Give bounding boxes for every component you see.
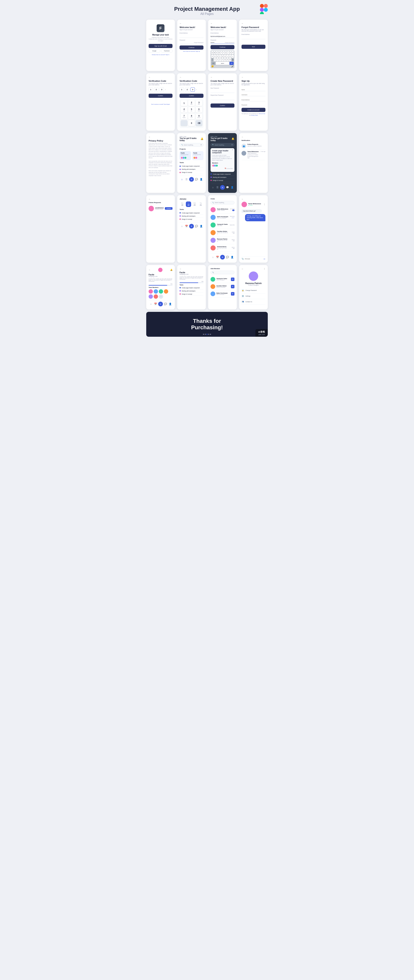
kb-E[interactable]: E xyxy=(216,51,218,54)
back-arrow-profile[interactable]: ← xyxy=(242,268,244,270)
home-nav-icon[interactable]: ⌂ xyxy=(180,177,184,181)
proj-task-2[interactable]: Meeting with developers xyxy=(180,290,204,293)
code-box-4[interactable]: 1 xyxy=(180,88,184,92)
confirm-button-1[interactable]: Confirm xyxy=(148,94,172,98)
numpad-5[interactable]: 5JKL xyxy=(188,107,195,113)
back-arrow-notif[interactable]: ← xyxy=(242,136,266,138)
profile-settings[interactable]: ⚙️ Settings xyxy=(242,293,266,299)
add-nav-dark[interactable]: + xyxy=(220,185,225,190)
add-member-button-3[interactable]: + xyxy=(231,292,234,296)
chat-cal-icon[interactable]: 💬 xyxy=(195,224,199,228)
kb-U[interactable]: U xyxy=(225,51,227,54)
new-password-input[interactable] xyxy=(210,90,234,93)
kb-go[interactable]: Go xyxy=(229,62,234,65)
code-box-3[interactable]: 3 xyxy=(159,88,164,92)
name-input[interactable] xyxy=(242,88,266,91)
task-item-2[interactable]: Meeting with developers xyxy=(180,168,204,171)
username-input[interactable] xyxy=(242,94,266,96)
more-options-profile[interactable]: ⋮ xyxy=(263,268,266,270)
proj-task-3[interactable]: Design UI concept xyxy=(180,293,204,296)
kb-P[interactable]: P xyxy=(232,51,234,54)
filter-icon[interactable]: ⊞ xyxy=(201,144,202,146)
home-nav-dark[interactable]: ⌂ xyxy=(211,185,215,189)
numpad-9[interactable]: 9WXYZ xyxy=(196,113,202,119)
kb-mic-icon[interactable]: 🎤 xyxy=(231,65,234,67)
chat-tania[interactable]: Tania Whitestone Great, Thanks! 10:18 AM… xyxy=(210,206,234,214)
calendar-cal-icon[interactable]: 📅 xyxy=(185,224,188,228)
kb-V[interactable]: V xyxy=(221,58,224,61)
chat-victoria[interactable]: Victoria Norris You are not on the le...… xyxy=(210,244,234,252)
back-arrow-3[interactable]: ← xyxy=(242,22,266,24)
dark-task-1[interactable]: Create page header component xyxy=(210,173,234,176)
cal-task-3[interactable]: Design UI concept xyxy=(180,218,204,221)
kb-N[interactable]: N xyxy=(226,58,229,61)
numpad-2[interactable]: 2ABC xyxy=(188,100,195,106)
numpad-0[interactable]: 0 xyxy=(188,120,195,126)
add-member-button-1[interactable]: + xyxy=(231,278,234,281)
back-arrow[interactable]: ← xyxy=(180,22,204,24)
kb-L[interactable]: L xyxy=(231,55,234,58)
signup-email-button[interactable]: Sign Up with Email xyxy=(148,44,172,48)
project-card-2[interactable]: Facite Shopping UI Kit xyxy=(192,151,204,160)
back-arrow-follow[interactable]: ← xyxy=(148,198,172,200)
chat-proj-icon[interactable]: 💬 xyxy=(164,302,167,306)
email-input-4[interactable] xyxy=(242,99,266,101)
more-options-icon[interactable]: ⋮ xyxy=(263,203,266,205)
kb-G[interactable]: G xyxy=(221,55,224,58)
chat-nav-icon[interactable]: 💬 xyxy=(195,177,199,181)
chats-search[interactable]: 🔍 Search anything... xyxy=(210,201,234,204)
notif-invitation[interactable]: Tania Whitestone Tania Whitestone invite… xyxy=(242,150,266,160)
kb-J[interactable]: J xyxy=(226,55,229,58)
task-item-1[interactable]: Create page header component xyxy=(180,165,204,168)
profile-change-password[interactable]: 🔒 Change Password xyxy=(242,288,266,293)
send-icon[interactable]: ▷ xyxy=(264,258,266,260)
back-arrow-proj[interactable]: ← xyxy=(148,269,151,271)
kb-M[interactable]: M xyxy=(229,58,231,61)
message-input[interactable] xyxy=(245,258,263,259)
numpad-8[interactable]: 8TUV xyxy=(188,113,195,119)
forgot-password-link-2[interactable]: Forgot Password? xyxy=(225,42,234,43)
profile-proj-icon[interactable]: 👤 xyxy=(168,302,172,306)
task-item-3[interactable]: Design UI concept xyxy=(180,171,204,174)
kb-F[interactable]: F xyxy=(219,55,221,58)
continue-button[interactable]: Continue xyxy=(180,46,204,49)
cal-day-tue[interactable]: Tue 19 xyxy=(186,202,191,207)
bookmark-nav-dark[interactable]: ☰ xyxy=(215,185,219,189)
back-arrow-8[interactable]: ← xyxy=(148,136,172,138)
chat-nav-dark[interactable]: 💬 xyxy=(226,185,229,189)
back-arrow-msg[interactable]: ← xyxy=(242,198,266,200)
profile-nav-dark[interactable]: 👤 xyxy=(230,185,234,189)
dark-task-3[interactable]: Design UI concept xyxy=(210,179,234,182)
home-proj-icon[interactable]: ⌂ xyxy=(149,302,153,306)
profile-cal-icon[interactable]: 👤 xyxy=(199,224,203,228)
password-input-2[interactable] xyxy=(210,41,225,44)
signup-password-input[interactable] xyxy=(242,104,266,107)
kb-emoji-icon[interactable]: 😊 xyxy=(211,65,214,67)
numpad-3[interactable]: 3DEF xyxy=(196,100,202,106)
back-arrow-4[interactable]: ← xyxy=(148,76,172,78)
repeat-password-input[interactable] xyxy=(210,97,234,100)
proj-task-1[interactable]: Create page header component xyxy=(180,286,204,290)
cal-day-thu[interactable]: Thu 21 xyxy=(198,202,204,207)
bell-icon-proj[interactable]: 🔔 xyxy=(170,269,172,271)
calendar-proj-icon[interactable]: 📅 xyxy=(153,302,158,306)
add-chats-button[interactable]: + xyxy=(220,255,225,259)
dark-search-bar[interactable]: 🔍 Search anything... ⊞ xyxy=(210,143,234,146)
home-cal-icon[interactable]: ⌂ xyxy=(180,224,184,228)
numpad-7[interactable]: 7PQRS xyxy=(181,113,187,119)
kb-T[interactable]: T xyxy=(220,51,222,54)
continue-button-2[interactable]: Continue xyxy=(210,45,234,49)
confirm-button-3[interactable]: Confirm xyxy=(210,103,234,108)
chat-ramona[interactable]: Ramona Patrick I passed you on the tr...… xyxy=(210,237,234,244)
close-icon[interactable]: ✕ xyxy=(232,149,233,151)
chat-caroline[interactable]: Caroline Hinton I think you should do it… xyxy=(210,229,234,237)
filter-icon-2[interactable]: ⊞ xyxy=(231,144,232,146)
code-box-6[interactable]: 3 xyxy=(191,88,195,92)
cal-task-1[interactable]: Create page header component xyxy=(180,212,204,215)
numpad-6[interactable]: 6MNO xyxy=(196,107,202,113)
kb-K[interactable]: K xyxy=(229,55,231,58)
facebook-button[interactable]: Facebook xyxy=(161,49,173,52)
numpad-backspace[interactable]: ⌫ xyxy=(196,120,202,126)
add-proj-button[interactable]: + xyxy=(158,302,163,306)
kb-space[interactable]: space xyxy=(216,62,229,65)
